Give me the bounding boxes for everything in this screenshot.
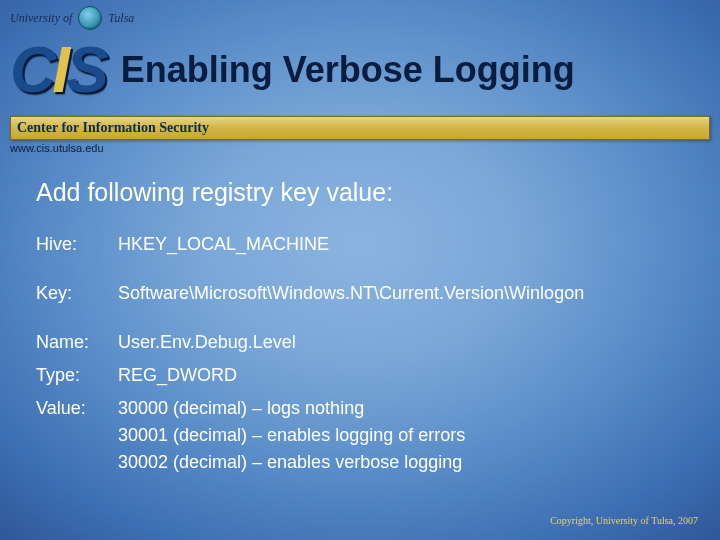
label-type: Type: [36, 362, 112, 389]
row-gap [36, 264, 692, 274]
cis-logo-c: C [10, 38, 54, 102]
university-name-text: Tulsa [108, 11, 134, 26]
label-key: Key: [36, 280, 112, 307]
value-name: User.Env.Debug.Level [118, 329, 692, 356]
slide: University of Tulsa C I S Enabling Verbo… [0, 0, 720, 540]
title-row: C I S Enabling Verbose Logging [10, 38, 710, 102]
lead-text: Add following registry key value: [36, 178, 692, 207]
copyright-text: Copyright, University of Tulsa, 2007 [550, 515, 698, 526]
university-seal-icon [78, 6, 102, 30]
registry-table: Hive: HKEY_LOCAL_MACHINE Key: Software\M… [36, 231, 692, 476]
slide-body: Add following registry key value: Hive: … [36, 178, 692, 476]
label-hive: Hive: [36, 231, 112, 258]
cis-logo-s: S [66, 38, 107, 102]
cis-logo: C I S [10, 38, 107, 102]
value-hive: HKEY_LOCAL_MACHINE [118, 231, 692, 258]
slide-title: Enabling Verbose Logging [121, 49, 575, 91]
site-url: www.cis.utulsa.edu [10, 142, 710, 154]
university-line: University of Tulsa [10, 6, 710, 30]
value-value: 30000 (decimal) – logs nothing 30001 (de… [118, 395, 692, 476]
label-value: Value: [36, 395, 112, 476]
value-key: Software\Microsoft\Windows.NT\Current.Ve… [118, 280, 692, 307]
value-type: REG_DWORD [118, 362, 692, 389]
slide-header: University of Tulsa C I S Enabling Verbo… [10, 6, 710, 126]
center-bar-text: Center for Information Security [17, 120, 209, 136]
row-gap [36, 313, 692, 323]
header-bar-wrap: Center for Information Security www.cis.… [10, 116, 710, 154]
university-of-text: University of [10, 11, 72, 26]
center-bar: Center for Information Security [10, 116, 710, 140]
label-name: Name: [36, 329, 112, 356]
